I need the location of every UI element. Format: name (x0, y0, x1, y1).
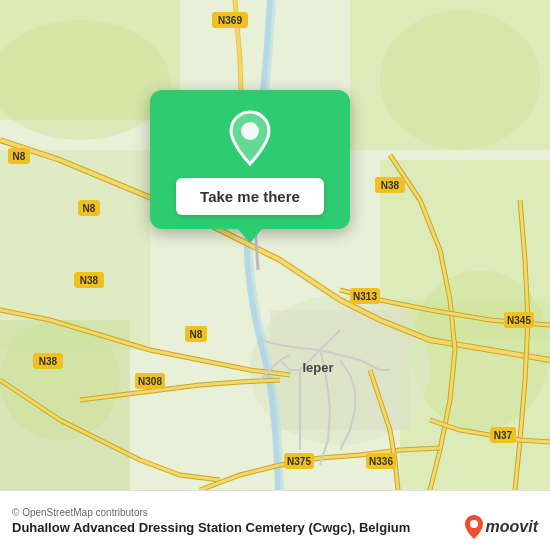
map-attribution: © OpenStreetMap contributors (12, 507, 538, 518)
svg-text:Ieper: Ieper (302, 360, 333, 375)
svg-text:N38: N38 (80, 275, 99, 286)
moovit-text: moovit (486, 518, 538, 536)
svg-text:N375: N375 (287, 456, 311, 467)
svg-text:N38: N38 (39, 356, 58, 367)
svg-text:N369: N369 (218, 15, 242, 26)
svg-text:N37: N37 (494, 430, 513, 441)
footer: © OpenStreetMap contributors Duhallow Ad… (0, 490, 550, 550)
svg-text:N38: N38 (381, 180, 400, 191)
svg-text:N345: N345 (507, 315, 531, 326)
svg-point-8 (380, 10, 540, 150)
svg-text:N308: N308 (138, 376, 162, 387)
location-popup: Take me there (150, 90, 350, 229)
map-view: N369 N8 N8 N38 N38 N38 N8 N313 N345 (0, 0, 550, 490)
location-title: Duhallow Advanced Dressing Station Cemet… (12, 520, 538, 535)
svg-point-41 (470, 520, 478, 528)
svg-text:N336: N336 (369, 456, 393, 467)
moovit-logo: moovit (464, 514, 538, 540)
svg-point-40 (241, 122, 259, 140)
svg-text:N8: N8 (13, 151, 26, 162)
svg-text:N8: N8 (190, 329, 203, 340)
moovit-pin-icon (464, 514, 484, 540)
svg-text:N8: N8 (83, 203, 96, 214)
svg-text:N313: N313 (353, 291, 377, 302)
take-me-there-button[interactable]: Take me there (176, 178, 324, 215)
location-pin-icon (222, 110, 278, 166)
